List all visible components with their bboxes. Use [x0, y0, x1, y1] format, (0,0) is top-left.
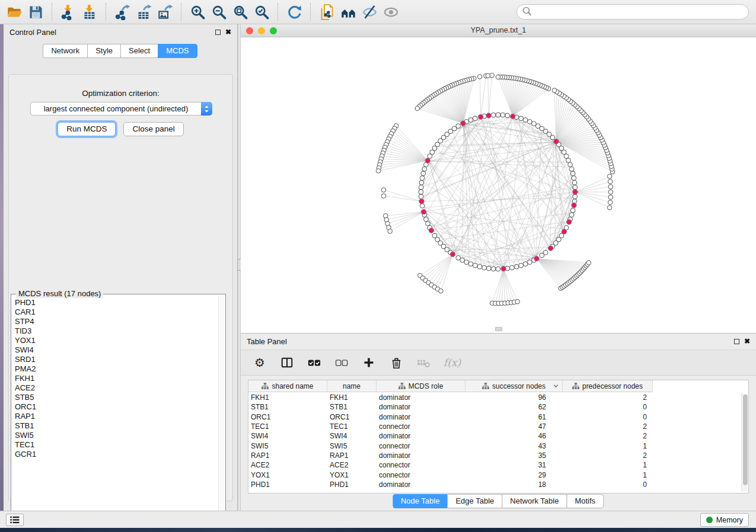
cell-predecessor-nodes[interactable]: 2 — [563, 432, 653, 440]
column-header-predecessor-nodes[interactable]: predecessor nodes — [563, 380, 653, 392]
mcds-node[interactable]: STB1 — [15, 421, 217, 431]
cell-successor-nodes[interactable]: 29 — [465, 471, 563, 479]
cell-shared-name[interactable]: RAP1 — [248, 451, 327, 460]
cell-successor-nodes[interactable]: 96 — [465, 393, 563, 402]
float-icon[interactable] — [734, 339, 739, 344]
table-row[interactable]: SWI5SWI5connector431 — [248, 441, 748, 450]
search-neighbors-icon[interactable] — [337, 2, 359, 22]
table-row[interactable]: SWI4SWI4dominator462 — [248, 431, 748, 441]
mcds-node[interactable]: SWI5 — [15, 431, 217, 440]
cell-name[interactable]: FKH1 — [327, 393, 377, 402]
export-table-icon[interactable] — [133, 2, 154, 22]
table-row[interactable]: FKH1FKH1dominator962 — [248, 393, 748, 402]
show-all-icon[interactable] — [380, 2, 401, 22]
cell-predecessor-nodes[interactable]: 1 — [563, 442, 653, 450]
close-icon[interactable]: ✖ — [744, 338, 750, 344]
tab-network-table[interactable]: Network Table — [502, 494, 567, 508]
cell-successor-nodes[interactable]: 43 — [465, 442, 563, 450]
mcds-node[interactable]: GCR1 — [15, 450, 217, 459]
select-all-button[interactable] — [307, 355, 321, 370]
cell-MCDS-role[interactable]: dominator — [377, 451, 465, 460]
scrollbar-thumb[interactable] — [743, 395, 748, 485]
cell-MCDS-role[interactable]: connector — [377, 422, 465, 431]
columns-button[interactable] — [280, 355, 294, 370]
canvas-divider-grip[interactable] — [495, 327, 502, 331]
open-folder-icon[interactable] — [4, 2, 25, 22]
network-canvas[interactable] — [241, 37, 756, 332]
column-header-shared-name[interactable]: shared name — [248, 380, 327, 392]
cell-MCDS-role[interactable]: connector — [377, 461, 465, 469]
cell-predecessor-nodes[interactable]: 1 — [563, 461, 653, 469]
cell-shared-name[interactable]: FKH1 — [248, 393, 327, 402]
cell-predecessor-nodes[interactable]: 0 — [563, 403, 653, 411]
table-row[interactable]: ORC1ORC1dominator610 — [248, 412, 748, 422]
run-mcds-button[interactable]: Run MCDS — [58, 122, 116, 136]
cell-successor-nodes[interactable]: 18 — [465, 480, 563, 489]
tab-style[interactable]: Style — [87, 44, 121, 58]
cell-successor-nodes[interactable]: 35 — [465, 451, 563, 460]
table-scrollbar[interactable] — [741, 393, 748, 492]
column-header-name[interactable]: name — [327, 380, 377, 392]
deselect-all-button[interactable] — [334, 355, 349, 370]
cell-name[interactable]: STB1 — [327, 403, 377, 411]
mcds-node[interactable]: TID3 — [15, 326, 217, 336]
mcds-node[interactable]: ACE2 — [15, 383, 217, 393]
table-row[interactable]: RAP1RAP1dominator352 — [248, 451, 748, 460]
table-row[interactable]: STB1STB1dominator620 — [248, 402, 748, 412]
table-row[interactable]: YOX1YOX1connector291 — [248, 470, 748, 479]
cell-shared-name[interactable]: SWI4 — [248, 432, 327, 440]
add-row-button[interactable] — [362, 355, 376, 370]
refresh-icon[interactable] — [283, 2, 305, 22]
cell-shared-name[interactable]: ACE2 — [248, 461, 327, 469]
mcds-node[interactable]: TEC1 — [15, 440, 217, 450]
hide-selected-icon[interactable] — [359, 2, 380, 22]
zoom-fit-icon[interactable] — [229, 2, 251, 22]
cell-predecessor-nodes[interactable]: 1 — [563, 471, 653, 479]
zoom-selected-icon[interactable] — [251, 2, 272, 22]
column-header-MCDS-role[interactable]: MCDS role — [377, 380, 465, 392]
cell-predecessor-nodes[interactable]: 2 — [563, 393, 653, 402]
cell-shared-name[interactable]: STB1 — [248, 403, 327, 411]
mcds-node[interactable]: PHD1 — [15, 298, 217, 307]
table-row[interactable]: ACE2ACE2connector311 — [248, 460, 748, 470]
cell-shared-name[interactable]: YOX1 — [248, 471, 327, 479]
tab-node-table[interactable]: Node Table — [393, 494, 448, 508]
cell-MCDS-role[interactable]: connector — [377, 471, 465, 479]
export-image-icon[interactable] — [154, 2, 176, 22]
mcds-list-scrollbar[interactable] — [218, 296, 224, 512]
cell-successor-nodes[interactable]: 31 — [465, 461, 563, 469]
cell-successor-nodes[interactable]: 47 — [465, 422, 563, 431]
settings-button[interactable]: ⚙ — [253, 355, 267, 370]
import-table-icon[interactable] — [79, 2, 100, 22]
table-row[interactable]: PHD1PHD1dominator180 — [248, 480, 748, 489]
cell-predecessor-nodes[interactable]: 2 — [563, 422, 653, 431]
select-stepper-icon[interactable] — [201, 102, 212, 116]
search-input[interactable] — [532, 8, 748, 17]
close-icon[interactable]: ✖ — [225, 29, 231, 35]
import-network-icon[interactable] — [58, 2, 79, 22]
cell-MCDS-role[interactable]: dominator — [377, 413, 465, 421]
mcds-node[interactable]: YOX1 — [15, 336, 217, 345]
cell-MCDS-role[interactable]: dominator — [377, 393, 465, 402]
mcds-node[interactable]: STB5 — [15, 393, 217, 402]
tab-motifs[interactable]: Motifs — [566, 494, 604, 508]
tab-edge-table[interactable]: Edge Table — [447, 494, 502, 508]
tab-mcds[interactable]: MCDS — [158, 44, 197, 58]
mcds-node[interactable]: RAP1 — [15, 412, 217, 421]
share-document-icon[interactable] — [316, 2, 337, 22]
export-network-icon[interactable] — [111, 2, 133, 22]
float-icon[interactable] — [215, 30, 221, 35]
cell-name[interactable]: SWI4 — [327, 432, 377, 440]
tab-select[interactable]: Select — [120, 44, 158, 58]
close-panel-button[interactable]: Close panel — [123, 122, 183, 136]
network-graph[interactable] — [241, 37, 756, 332]
zoom-in-icon[interactable] — [187, 2, 208, 22]
mcds-node[interactable]: ORC1 — [15, 402, 217, 412]
cell-predecessor-nodes[interactable]: 0 — [563, 480, 653, 489]
cell-predecessor-nodes[interactable]: 0 — [563, 413, 653, 421]
task-history-button[interactable] — [6, 514, 24, 526]
cell-MCDS-role[interactable]: dominator — [377, 403, 465, 411]
cell-name[interactable]: PHD1 — [327, 480, 377, 489]
mcds-node[interactable]: CAR1 — [15, 307, 217, 317]
mcds-node[interactable]: PMA2 — [15, 364, 217, 374]
